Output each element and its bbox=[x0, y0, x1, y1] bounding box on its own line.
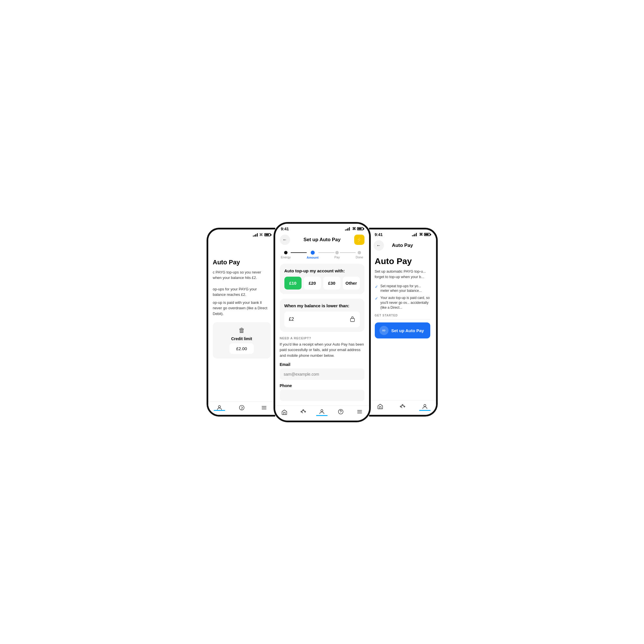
amount-grid: £10 £20 £30 Other bbox=[284, 277, 360, 290]
step-line-1 bbox=[291, 252, 306, 253]
step-line-2 bbox=[318, 252, 334, 253]
wifi-icon: ⌘ bbox=[259, 233, 263, 237]
svg-line-23 bbox=[403, 405, 404, 406]
email-label: Email bbox=[280, 362, 364, 367]
step-energy: Energy bbox=[281, 251, 291, 259]
nav-connections-right[interactable] bbox=[399, 403, 406, 411]
header-title-right: Auto Pay bbox=[392, 243, 413, 248]
main-content: Auto top-up my account with: £10 £20 £30… bbox=[275, 261, 369, 413]
left-text-2: op-ups for your PAYG your balance reache… bbox=[213, 286, 271, 298]
nav-help-icon-left[interactable] bbox=[239, 405, 245, 411]
step-label-done: Done bbox=[356, 255, 363, 259]
stepper: Energy Amount Pay Done bbox=[275, 247, 369, 261]
battery-icon-right bbox=[424, 233, 430, 236]
receipt-section-label: NEED A RECEIPT? bbox=[280, 336, 364, 340]
battery-icon bbox=[264, 233, 271, 236]
amount-other-button[interactable]: Other bbox=[343, 277, 360, 290]
step-label-pay: Pay bbox=[334, 255, 340, 259]
setup-autopay-icon: ∞ bbox=[379, 326, 389, 335]
svg-point-13 bbox=[321, 409, 323, 411]
topup-card-title: Auto top-up my account with: bbox=[284, 268, 360, 273]
scene: ⌘ Auto Pay c PAYG top-ups so you never w… bbox=[165, 222, 479, 422]
status-time: 9:41 bbox=[281, 227, 289, 231]
nav-menu-main[interactable] bbox=[356, 409, 363, 416]
status-icons-right: ⌘ bbox=[412, 232, 430, 237]
nav-home-right[interactable] bbox=[377, 403, 383, 411]
get-started-label: GET STARTED bbox=[375, 314, 430, 317]
back-button[interactable]: ← bbox=[280, 235, 290, 245]
amount-20-button[interactable]: £20 bbox=[304, 277, 321, 290]
nav-account-main[interactable] bbox=[319, 409, 325, 416]
credit-label: Credit limit bbox=[231, 336, 252, 341]
status-icons: ⌘ bbox=[345, 227, 363, 231]
auto-pay-title: Auto Pay bbox=[375, 256, 430, 266]
setup-autopay-label: Set up Auto Pay bbox=[391, 328, 424, 333]
balance-row: £2 bbox=[284, 312, 360, 327]
svg-line-22 bbox=[401, 405, 402, 406]
setup-autopay-button[interactable]: ∞ Set up Auto Pay bbox=[375, 322, 430, 338]
signal-icon bbox=[253, 233, 258, 237]
header-title: Set up Auto Pay bbox=[304, 237, 341, 243]
wifi-icon-right: ⌘ bbox=[419, 232, 423, 237]
signal-icon-main bbox=[345, 227, 350, 231]
check-item-2: ✓ Your auto top-up is paid card, so you'… bbox=[375, 296, 430, 310]
step-dot-amount bbox=[311, 251, 315, 255]
phone-label: Phone bbox=[280, 383, 364, 388]
step-label-amount: Amount bbox=[307, 256, 319, 259]
signal-icon-right bbox=[412, 233, 417, 236]
right-content: Auto Pay Set up automatic PAYG top-u... … bbox=[369, 253, 436, 342]
nav-account-right[interactable] bbox=[422, 403, 428, 411]
step-dot-done bbox=[358, 251, 361, 254]
right-phone: 9:41 ⌘ ← Auto Pay Auto Pay Set up automa… bbox=[369, 228, 438, 417]
credit-section: 🗑 Credit limit £2.00 bbox=[213, 322, 271, 358]
app-header: ← Set up Auto Pay ⚡ bbox=[275, 232, 369, 247]
svg-point-25 bbox=[424, 404, 426, 406]
auto-pay-description: Set up automatic PAYG top-u... forget to… bbox=[375, 269, 430, 280]
nav-home[interactable] bbox=[281, 409, 288, 415]
back-button-right[interactable]: ← bbox=[374, 240, 384, 251]
svg-line-10 bbox=[302, 410, 303, 411]
bottom-nav-right bbox=[369, 400, 436, 415]
check-text-2: Your auto top-up is paid card, so you'll… bbox=[381, 296, 430, 310]
receipt-section: NEED A RECEIPT? If you'd like a receipt … bbox=[280, 336, 364, 405]
bottom-nav-main bbox=[275, 405, 369, 421]
receipt-description: If you'd like a receipt when your Auto P… bbox=[280, 342, 364, 358]
lightning-icon: ⚡ bbox=[356, 237, 362, 243]
left-text-3: op-up is paid with your bank ll never go… bbox=[213, 300, 271, 317]
email-input[interactable] bbox=[280, 368, 364, 380]
amount-30-button[interactable]: £30 bbox=[323, 277, 340, 290]
lightning-button[interactable]: ⚡ bbox=[354, 235, 364, 245]
left-text-1: c PAYG top-ups so you never when your ba… bbox=[213, 270, 271, 281]
app-header-right: ← Auto Pay bbox=[369, 238, 436, 253]
balance-value: £2 bbox=[289, 317, 294, 322]
nav-help-main[interactable] bbox=[338, 409, 344, 416]
left-phone: ⌘ Auto Pay c PAYG top-ups so you never w… bbox=[207, 228, 275, 417]
svg-rect-6 bbox=[350, 318, 354, 322]
step-line-3 bbox=[340, 252, 356, 253]
left-phone-title: Auto Pay bbox=[213, 259, 271, 266]
step-amount: Amount bbox=[307, 251, 319, 259]
balance-card: When my balance is lower than: £2 bbox=[280, 299, 364, 332]
nav-menu-icon-left[interactable] bbox=[261, 405, 267, 411]
nav-connections[interactable] bbox=[300, 409, 306, 416]
check-mark-1: ✓ bbox=[375, 284, 378, 290]
svg-point-2 bbox=[241, 409, 242, 409]
check-mark-2: ✓ bbox=[375, 296, 378, 302]
step-done: Done bbox=[356, 251, 363, 259]
main-phone: 9:41 ⌘ ← Set up Auto Pay ⚡ bbox=[274, 222, 371, 422]
step-dot-energy bbox=[284, 251, 288, 254]
step-pay: Pay bbox=[334, 251, 340, 259]
lock-icon bbox=[350, 316, 355, 323]
balance-card-title: When my balance is lower than: bbox=[284, 303, 360, 308]
step-dot-pay bbox=[335, 251, 339, 254]
check-item-1: ✓ Set repeat top-ups for yo... meter whe… bbox=[375, 284, 430, 294]
phone-input[interactable] bbox=[280, 390, 364, 401]
topup-card: Auto top-up my account with: £10 £20 £30… bbox=[280, 264, 364, 294]
svg-line-12 bbox=[302, 412, 303, 413]
amount-10-button[interactable]: £10 bbox=[284, 277, 302, 290]
trash-icon: 🗑 bbox=[239, 327, 245, 334]
svg-line-24 bbox=[401, 407, 402, 408]
status-bar: 9:41 ⌘ bbox=[275, 224, 369, 232]
svg-point-0 bbox=[218, 405, 220, 407]
svg-line-11 bbox=[304, 410, 305, 411]
